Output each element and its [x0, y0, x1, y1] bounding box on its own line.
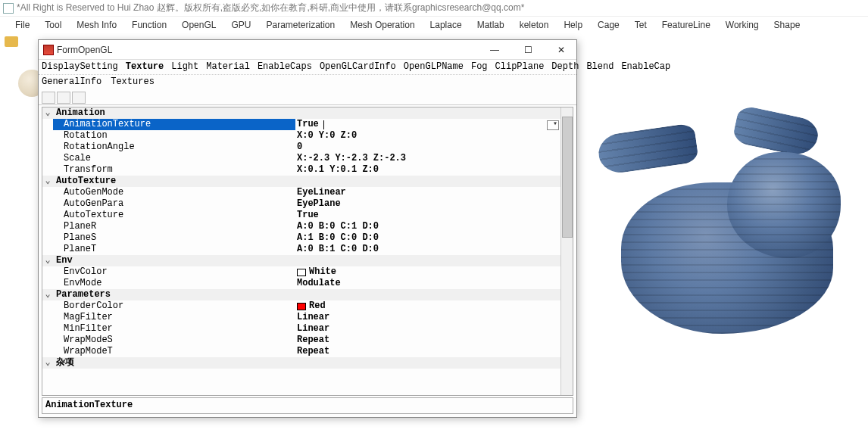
property-grid[interactable]: ⌄AnimationAnimationTextureTrueRotationX:…: [42, 107, 573, 396]
category-animation[interactable]: ⌄Animation: [42, 107, 560, 119]
prop-autotexture[interactable]: AutoTextureTrue: [42, 210, 560, 221]
tab-enablecaps[interactable]: EnableCaps: [258, 61, 312, 74]
prop-envcolor[interactable]: EnvColorWhite: [42, 266, 560, 278]
propgrid-toolbar: [39, 90, 576, 105]
window-titlebar[interactable]: FormOpenGL — ☐ ✕: [39, 40, 576, 60]
menu-laplace[interactable]: Laplace: [423, 18, 470, 32]
prop-wrapmodes[interactable]: WrapModeSRepeat: [42, 335, 560, 346]
menu-opengl[interactable]: OpenGL: [174, 18, 223, 32]
tab-material[interactable]: Material: [206, 61, 250, 74]
prop-rotation[interactable]: RotationX:0 Y:0 Z:0: [42, 130, 560, 142]
window-title: FormOpenGL: [57, 45, 112, 55]
prop-minfilter[interactable]: MinFilterLinear: [42, 323, 560, 335]
close-button[interactable]: ✕: [546, 42, 576, 58]
tab-light[interactable]: Light: [171, 61, 198, 74]
subtab-generalinfo[interactable]: GeneralInfo: [42, 76, 101, 90]
propgrid-description: AnimationTexture: [42, 397, 573, 414]
menu-cage[interactable]: Cage: [590, 18, 627, 32]
tab-openglpname[interactable]: OpenGLPName: [404, 61, 464, 74]
menu-shape[interactable]: Shape: [767, 18, 808, 32]
category-parameters[interactable]: ⌄Parameters: [42, 289, 560, 300]
tab-openglcardinfo[interactable]: OpenGLCardInfo: [320, 61, 396, 74]
prop-animationtexture[interactable]: AnimationTextureTrue: [42, 119, 560, 130]
main-menu-bar: FileToolMesh InfoFunctionOpenGLGPUParame…: [0, 17, 868, 33]
open-folder-icon[interactable]: [5, 36, 18, 47]
rendered-mesh: [591, 122, 863, 349]
prop-autogenmode[interactable]: AutoGenModeEyeLinear: [42, 187, 560, 198]
menu-featureline[interactable]: FeatureLine: [654, 18, 718, 32]
prop-wrapmodet[interactable]: WrapModeTRepeat: [42, 346, 560, 357]
prop-planer[interactable]: PlaneRA:0 B:0 C:1 D:0: [42, 221, 560, 232]
expand-icon[interactable]: ⌄: [42, 357, 53, 369]
tab-blend[interactable]: Blend: [586, 61, 614, 74]
expand-icon[interactable]: ⌄: [42, 289, 53, 300]
dialog-tabstrip: DisplaySettingTextureLightMaterialEnable…: [39, 60, 576, 75]
dialog-subtabs: GeneralInfoTextures: [39, 75, 576, 90]
tab-depth[interactable]: Depth: [551, 61, 579, 74]
app-titlebar: *All Right is Reserved to Hui Zhao 赵辉。版权…: [0, 0, 868, 17]
tab-texture[interactable]: Texture: [126, 61, 164, 74]
menu-function[interactable]: Function: [124, 18, 174, 32]
category-autotexture[interactable]: ⌄AutoTexture: [42, 176, 560, 187]
menu-mesh-operation[interactable]: Mesh Operation: [342, 18, 422, 32]
color-swatch: [297, 303, 306, 310]
menu-mesh-info[interactable]: Mesh Info: [69, 18, 124, 32]
prop-autogenpara[interactable]: AutoGenParaEyePlane: [42, 198, 560, 210]
prop-envmode[interactable]: EnvModeModulate: [42, 278, 560, 289]
app-title: *All Right is Reserved to Hui Zhao 赵辉。版权…: [17, 2, 524, 14]
prop-rotationangle[interactable]: RotationAngle0: [42, 142, 560, 153]
prop-scale[interactable]: ScaleX:-2.3 Y:-2.3 Z:-2.3: [42, 153, 560, 164]
expand-icon[interactable]: ⌄: [42, 255, 53, 266]
formopengl-window: FormOpenGL — ☐ ✕ DisplaySettingTextureLi…: [38, 39, 577, 418]
menu-working[interactable]: Working: [718, 18, 767, 32]
scroll-thumb[interactable]: [562, 117, 573, 238]
categorized-button[interactable]: [42, 92, 55, 104]
menu-parameterization[interactable]: Parameterization: [258, 18, 342, 32]
category-env[interactable]: ⌄Env: [42, 255, 560, 266]
menu-file[interactable]: File: [8, 18, 37, 32]
expand-icon[interactable]: ⌄: [42, 176, 53, 187]
propgrid-extra-button[interactable]: [72, 92, 86, 104]
tab-enablecap[interactable]: EnableCap: [621, 61, 670, 74]
color-swatch: [297, 269, 306, 276]
propgrid-description-text: AnimationTexture: [45, 400, 133, 410]
prop-transform[interactable]: TransformX:0.1 Y:0.1 Z:0: [42, 164, 560, 176]
menu-gpu[interactable]: GPU: [223, 18, 258, 32]
menu-tool[interactable]: Tool: [37, 18, 69, 32]
prop-bordercolor[interactable]: BorderColorRed: [42, 300, 560, 312]
menu-keleton[interactable]: keleton: [512, 18, 557, 32]
subtab-textures[interactable]: Textures: [111, 76, 155, 90]
menu-tet[interactable]: Tet: [627, 18, 654, 32]
expand-icon[interactable]: ⌄: [42, 107, 53, 119]
tab-fog[interactable]: Fog: [471, 61, 488, 74]
form-icon: [43, 45, 54, 55]
menu-matlab[interactable]: Matlab: [470, 18, 512, 32]
menu-help[interactable]: Help: [556, 18, 590, 32]
prop-magfilter[interactable]: MagFilterLinear: [42, 312, 560, 323]
text-caret: [323, 120, 324, 129]
category-杂项[interactable]: ⌄杂项: [42, 357, 560, 369]
document-icon: [3, 3, 14, 14]
alphabetical-button[interactable]: [57, 92, 70, 104]
scrollbar[interactable]: [560, 107, 573, 395]
prop-planet[interactable]: PlaneTA:0 B:1 C:0 D:0: [42, 244, 560, 255]
minimize-button[interactable]: —: [479, 42, 510, 58]
tab-displaysetting[interactable]: DisplaySetting: [42, 61, 118, 74]
prop-planes[interactable]: PlaneSA:1 B:0 C:0 D:0: [42, 232, 560, 244]
tab-clipplane[interactable]: ClipPlane: [495, 61, 545, 74]
maximize-button[interactable]: ☐: [513, 42, 543, 58]
